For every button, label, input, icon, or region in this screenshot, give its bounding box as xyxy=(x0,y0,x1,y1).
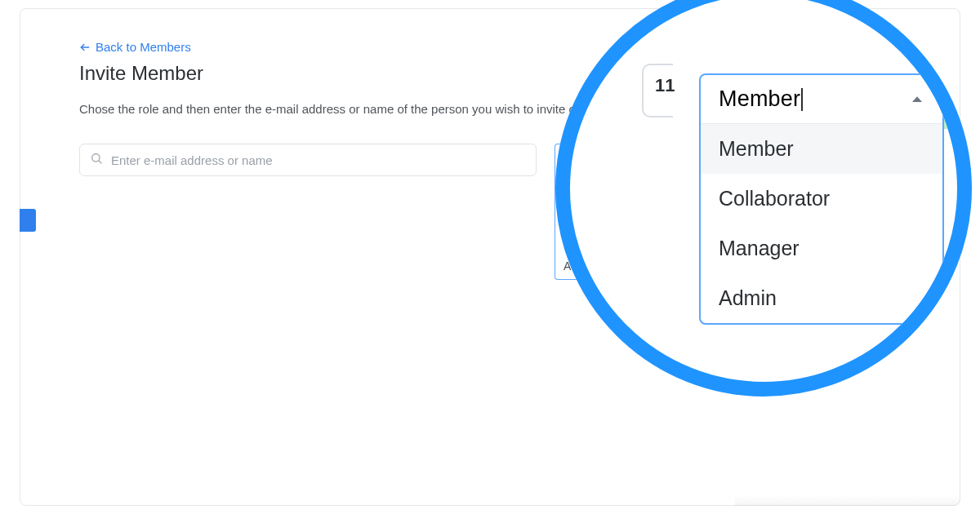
zoom-role-select-field[interactable]: Member xyxy=(701,75,942,124)
zoom-role-option[interactable]: Manager xyxy=(701,224,942,273)
zoom-highlight: 11 Member Member Collaborator Manager Ad… xyxy=(555,0,972,397)
svg-marker-3 xyxy=(912,96,922,102)
zoom-role-select-value: Member xyxy=(719,86,800,112)
zoom-bg-number: 11 xyxy=(655,75,675,96)
invite-search-field[interactable] xyxy=(79,144,537,176)
invite-search-input[interactable] xyxy=(111,153,526,167)
arrow-left-icon xyxy=(79,42,91,53)
zoom-role-option[interactable]: Member xyxy=(701,124,942,174)
zoom-role-option[interactable]: Admin xyxy=(701,273,942,323)
svg-line-2 xyxy=(99,161,101,163)
zoom-role-option[interactable]: Collaborator xyxy=(701,174,942,224)
chevron-up-icon xyxy=(910,92,924,107)
left-edge-tab[interactable] xyxy=(20,209,36,232)
back-to-members-link[interactable]: Back to Members xyxy=(79,40,191,54)
search-icon xyxy=(90,152,103,168)
back-link-label: Back to Members xyxy=(96,40,191,54)
text-cursor-icon xyxy=(801,88,803,111)
zoom-role-select[interactable]: Member Member Collaborator Manager Admin xyxy=(699,73,944,325)
